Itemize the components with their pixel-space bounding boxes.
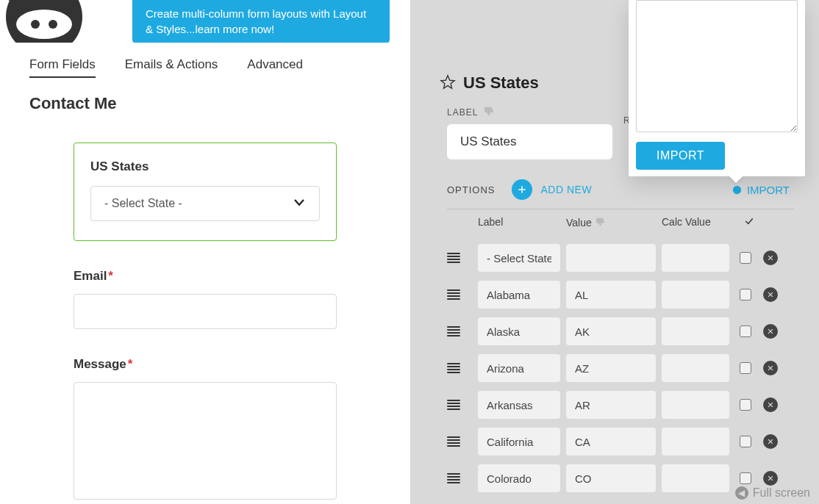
field-email-block[interactable]: Email* (74, 269, 337, 329)
add-option-button[interactable] (512, 179, 532, 200)
option-default-checkbox[interactable] (740, 362, 751, 374)
option-value-input[interactable] (566, 281, 656, 309)
option-calc-input[interactable] (662, 354, 729, 382)
option-value-input[interactable] (566, 317, 656, 345)
option-default-checkbox[interactable] (740, 472, 751, 484)
drag-handle-icon[interactable] (447, 288, 478, 301)
option-delete-button[interactable] (763, 434, 778, 449)
option-default-checkbox[interactable] (740, 436, 751, 447)
app-logo (0, 0, 88, 48)
option-delete-button[interactable] (763, 251, 778, 265)
svg-point-3 (49, 20, 57, 29)
option-calc-input[interactable] (662, 281, 729, 309)
form-title: Contact Me (29, 94, 381, 113)
field-us-states-label: US States (90, 159, 320, 174)
option-label-input[interactable] (478, 281, 560, 309)
form-builder-panel: Form Fields Emails & Actions Advanced Co… (0, 43, 410, 504)
option-delete-button[interactable] (763, 471, 778, 486)
options-bar: OPTIONS ADD NEW IMPORT (447, 179, 794, 209)
thumbs-down-icon[interactable] (596, 217, 605, 228)
drag-handle-icon[interactable] (447, 398, 478, 411)
option-label-input[interactable] (478, 391, 560, 419)
option-default-checkbox[interactable] (740, 289, 751, 300)
option-delete-button[interactable] (763, 361, 778, 375)
option-label-input[interactable] (478, 317, 560, 345)
import-link[interactable]: IMPORT (732, 184, 790, 196)
email-label: Email* (74, 269, 337, 284)
option-row (447, 350, 794, 386)
drag-handle-icon[interactable] (447, 435, 478, 448)
import-popup: IMPORT (629, 0, 805, 176)
option-value-input[interactable] (566, 244, 656, 272)
promo-banner[interactable]: Create multi-column form layouts with La… (132, 0, 390, 44)
option-default-checkbox[interactable] (740, 399, 751, 411)
drag-handle-icon[interactable] (447, 325, 478, 338)
option-calc-input[interactable] (662, 464, 729, 492)
option-value-input[interactable] (566, 354, 656, 382)
popup-arrow-icon (729, 176, 743, 183)
options-head-default (739, 216, 759, 228)
option-value-input[interactable] (566, 428, 656, 456)
options-head-value: Value (566, 217, 592, 228)
options-rows (447, 240, 794, 497)
field-message-block[interactable]: Message* (74, 357, 337, 502)
option-calc-input[interactable] (662, 317, 729, 345)
add-new-link[interactable]: ADD NEW (541, 184, 593, 195)
tab-form-fields[interactable]: Form Fields (29, 57, 96, 78)
chevron-down-icon (293, 195, 306, 212)
option-calc-input[interactable] (662, 391, 729, 419)
tab-advanced[interactable]: Advanced (247, 57, 303, 78)
option-row (447, 240, 794, 276)
import-textarea[interactable] (636, 0, 798, 132)
options-head-label: Label (478, 216, 566, 228)
options-header-row: Label Value Calc Value (447, 216, 794, 228)
email-input[interactable] (74, 294, 337, 329)
option-calc-input[interactable] (662, 428, 729, 456)
us-states-select[interactable]: - Select State - (90, 186, 320, 221)
options-caption: OPTIONS (447, 184, 496, 195)
option-row (447, 386, 794, 423)
option-row (447, 313, 794, 350)
fullscreen-toggle[interactable]: ◀ Full screen (735, 486, 810, 500)
thumbs-down-icon[interactable] (484, 106, 494, 118)
required-mark: * (108, 269, 113, 283)
option-row (447, 276, 794, 313)
drag-handle-icon[interactable] (447, 251, 478, 264)
option-calc-input[interactable] (662, 244, 729, 272)
option-label-input[interactable] (478, 428, 560, 456)
option-delete-button[interactable] (763, 324, 778, 339)
builder-tabs: Form Fields Emails & Actions Advanced (29, 57, 381, 78)
option-label-input[interactable] (478, 354, 560, 382)
star-icon[interactable] (440, 74, 456, 93)
message-label: Message* (74, 357, 337, 372)
drag-handle-icon[interactable] (447, 472, 478, 485)
option-row (447, 423, 794, 460)
field-us-states-card[interactable]: US States - Select State - (74, 143, 337, 241)
option-delete-button[interactable] (763, 397, 778, 412)
options-head-calc: Calc Value (662, 216, 739, 228)
settings-title: US States (463, 73, 539, 93)
label-caption: LABEL (447, 107, 478, 118)
svg-point-1 (16, 10, 72, 39)
svg-point-2 (31, 20, 40, 29)
drag-handle-icon[interactable] (447, 361, 478, 375)
us-states-select-placeholder: - Select State - (104, 197, 182, 210)
option-value-input[interactable] (566, 391, 656, 419)
option-value-input[interactable] (566, 464, 656, 492)
required-mark: * (128, 357, 133, 371)
import-button[interactable]: IMPORT (636, 142, 725, 170)
option-delete-button[interactable] (763, 287, 778, 302)
option-default-checkbox[interactable] (740, 252, 751, 264)
message-textarea[interactable] (74, 382, 337, 500)
tab-emails-actions[interactable]: Emails & Actions (125, 57, 218, 78)
option-default-checkbox[interactable] (740, 325, 751, 337)
label-input[interactable] (447, 124, 612, 159)
option-label-input[interactable] (478, 464, 560, 492)
option-label-input[interactable] (478, 244, 560, 272)
arrow-left-icon: ◀ (735, 486, 748, 500)
